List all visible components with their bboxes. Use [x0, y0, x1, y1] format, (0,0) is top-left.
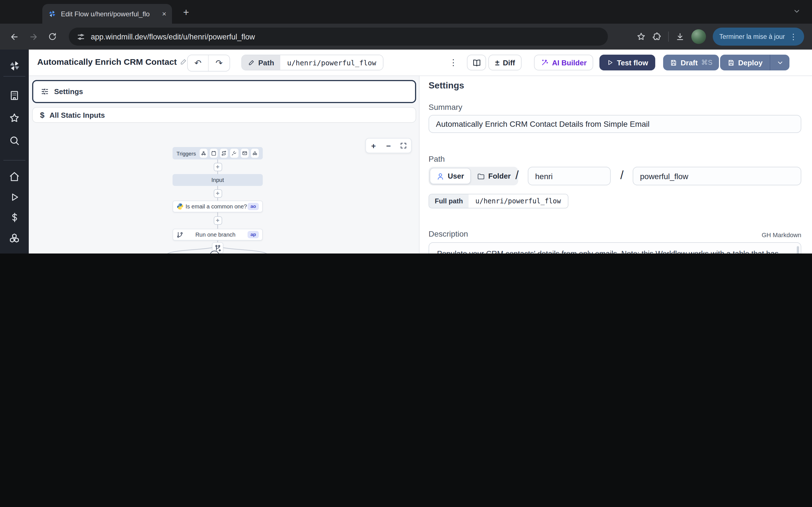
docs-button[interactable]	[467, 55, 486, 70]
insert-step-button[interactable]: +	[213, 216, 222, 224]
deploy-button-group: Deploy	[720, 55, 790, 70]
zoom-in-button[interactable]: +	[367, 139, 380, 152]
path-separator: /	[620, 168, 624, 182]
reload-button[interactable]	[44, 28, 61, 45]
path-button[interactable]: Path u/henri/powerful_flow	[241, 55, 384, 70]
triggers-node[interactable]: Triggers	[172, 147, 263, 159]
deploy-dropdown-button[interactable]	[770, 55, 790, 70]
download-icon[interactable]	[675, 32, 684, 41]
websocket-trigger-icon[interactable]	[231, 149, 239, 158]
owner-folder-tab[interactable]: Folder	[471, 168, 517, 184]
watch-trigger-icon[interactable]	[251, 149, 259, 158]
node-is-email[interactable]: Is email a common one? ao	[172, 201, 263, 212]
node-badge: ap	[248, 231, 259, 238]
sidebar-item-resources[interactable]	[0, 229, 29, 246]
flow-edges	[29, 76, 419, 253]
user-icon	[437, 172, 444, 180]
flow-editor-panel: Settings $ All Static Inputs + −	[29, 76, 419, 253]
url-bar[interactable]: app.windmill.dev/flows/edit/u/henri/powe…	[69, 27, 608, 46]
path-name-input[interactable]: powerful_flow	[633, 167, 801, 185]
flow-toolbar: Automatically Enrich CRM Contact ↶ ↷ Pat…	[29, 50, 812, 76]
input-node-label: Input	[211, 177, 224, 183]
path-owner-toggle: User Folder	[428, 167, 518, 185]
owner-user-tab[interactable]: User	[430, 168, 471, 184]
browser-tab[interactable]: Edit Flow u/henri/powerful_flo ×	[42, 4, 172, 24]
extensions-icon[interactable]	[652, 32, 661, 41]
sidebar-item-workspace[interactable]	[0, 87, 29, 104]
fit-view-button[interactable]	[397, 139, 410, 152]
undo-button[interactable]: ↶	[188, 55, 209, 71]
ai-builder-label: AI Builder	[552, 58, 587, 67]
diff-button[interactable]: ± Diff	[488, 55, 522, 70]
path-separator: /	[515, 168, 519, 182]
flow-title[interactable]: Automatically Enrich CRM Contact	[37, 57, 187, 66]
textarea-scrollbar[interactable]	[797, 246, 799, 253]
node-run-one-branch-1[interactable]: Run one branch ap	[172, 229, 263, 240]
tab-title: Edit Flow u/henri/powerful_flo	[61, 10, 151, 18]
windmill-logo-icon[interactable]	[0, 57, 29, 74]
deploy-label: Deploy	[738, 58, 763, 67]
chrome-update-button[interactable]: Terminer la mise à jour ⋮	[712, 27, 804, 46]
summary-value: Automatically Enrich CRM Contact Details…	[436, 119, 650, 128]
tab-search-chevron-icon[interactable]	[793, 7, 801, 15]
edit-pencil-icon[interactable]	[180, 58, 187, 65]
sidebar-item-home[interactable]	[0, 168, 29, 185]
full-path-label: Full path	[429, 194, 469, 208]
test-flow-button[interactable]: Test flow	[599, 55, 656, 70]
pencil-icon	[248, 59, 255, 66]
redo-button[interactable]: ↷	[209, 55, 230, 71]
more-menu-button[interactable]: ⋮	[447, 55, 460, 70]
chrome-menu-icon[interactable]: ⋮	[790, 32, 797, 41]
zoom-out-button[interactable]: −	[382, 139, 395, 152]
divider	[3, 76, 26, 76]
markdown-hint: GH Markdown	[762, 231, 801, 238]
divider	[668, 32, 668, 42]
http-route-trigger-icon[interactable]	[220, 149, 228, 158]
path-owner-input[interactable]: henri	[528, 167, 611, 185]
plus-minus-icon: ±	[495, 58, 499, 67]
forward-button[interactable]	[25, 28, 42, 45]
flow-title-text: Automatically Enrich CRM Contact	[37, 57, 177, 66]
back-button[interactable]	[6, 28, 22, 45]
sidebar-item-runs[interactable]	[0, 189, 29, 206]
insert-step-button[interactable]: +	[213, 189, 222, 198]
git-branch-icon	[176, 231, 183, 238]
node-badge: ao	[248, 203, 259, 210]
description-value: Populate your CRM contacts' details from…	[437, 249, 778, 253]
input-node[interactable]: Input	[172, 174, 263, 186]
path-button-label: Path	[258, 58, 274, 67]
save-icon	[670, 59, 677, 66]
bookmark-star-icon[interactable]	[637, 32, 645, 41]
name-value: powerful_flow	[640, 172, 688, 180]
ai-builder-button[interactable]: AI Builder	[534, 55, 594, 70]
deploy-button[interactable]: Deploy	[720, 55, 770, 70]
schedule-trigger-icon[interactable]	[210, 149, 218, 158]
profile-avatar[interactable]	[691, 29, 706, 44]
folder-tab-label: Folder	[488, 172, 511, 180]
summary-input[interactable]: Automatically Enrich CRM Contact Details…	[428, 115, 801, 133]
draft-button[interactable]: Draft ⌘S	[663, 55, 719, 70]
test-flow-label: Test flow	[617, 58, 648, 67]
description-textarea[interactable]: Populate your CRM contacts' details from…	[428, 242, 801, 253]
path-button-value: u/henri/powerful_flow	[280, 55, 383, 70]
description-label: Description	[428, 229, 468, 238]
windmill-app: Automatically Enrich CRM Contact ↶ ↷ Pat…	[0, 50, 812, 253]
sidebar-item-favorites[interactable]	[0, 109, 29, 126]
node-label: Is email a common one?	[184, 203, 248, 210]
insert-step-button[interactable]: +	[213, 163, 222, 171]
sidebar-item-variables[interactable]	[0, 209, 29, 226]
path-label: Path	[428, 154, 445, 163]
browser-tab-strip: Edit Flow u/henri/powerful_flo × +	[0, 0, 812, 24]
new-tab-button[interactable]: +	[179, 6, 193, 19]
email-trigger-icon[interactable]	[241, 149, 249, 158]
play-icon	[607, 59, 613, 66]
draft-label: Draft	[680, 58, 698, 67]
sidebar-item-search[interactable]	[0, 132, 29, 149]
update-button-label: Terminer la mise à jour	[719, 33, 785, 40]
divider	[3, 160, 26, 161]
webhook-trigger-icon[interactable]	[199, 149, 207, 158]
tab-close-icon[interactable]: ×	[162, 10, 166, 18]
draft-shortcut: ⌘S	[701, 59, 712, 66]
site-settings-icon[interactable]	[77, 33, 85, 41]
user-tab-label: User	[448, 172, 464, 180]
